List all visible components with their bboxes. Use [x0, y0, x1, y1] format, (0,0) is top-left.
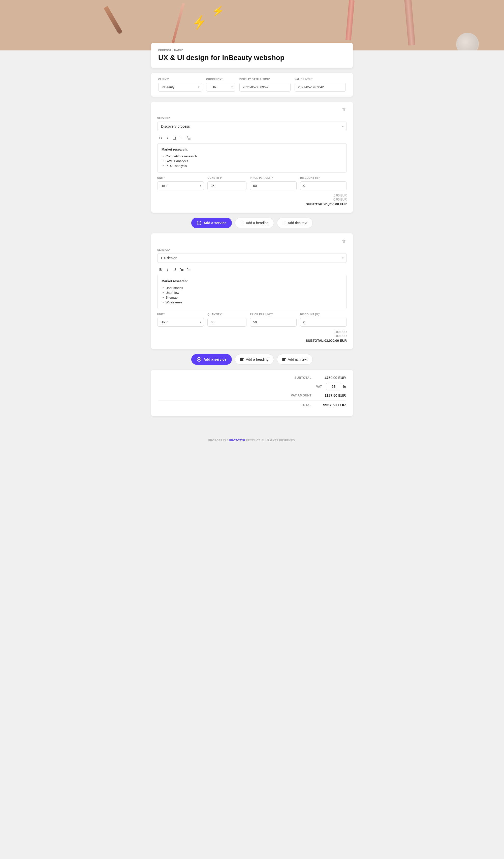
service-2-unit-select[interactable]: Hour Day Week Month Fixed	[157, 318, 204, 327]
service-2-label: SERVICE*	[157, 248, 347, 251]
vat-input-wrapper: %	[326, 383, 346, 390]
ordered-list-icon-1	[180, 137, 184, 139]
service-1-content[interactable]: Market research: Competitors research SW…	[157, 143, 347, 172]
vat-input[interactable]	[326, 383, 341, 390]
add-heading-2-icon	[240, 358, 244, 361]
service-2-price-line-1: 0.00 EUR	[157, 330, 347, 334]
service-1-toolbar: B I U	[157, 135, 347, 141]
bold-button-1[interactable]: B	[157, 135, 164, 141]
underline-button-1[interactable]: U	[171, 135, 178, 141]
service-2-content-heading: Market research:	[161, 279, 343, 283]
italic-button-2[interactable]: I	[164, 266, 171, 273]
service-card-2: SERVICE* Discovery process UX design UI …	[151, 233, 353, 349]
totals-card: SUBTOTAL 4750.00 EUR VAT % VAT AMOUNT 11…	[151, 370, 353, 416]
service-1-subtotal: SUBTOTAL:€1,750.00 EUR	[157, 202, 347, 206]
client-label: CLIENT*	[158, 78, 202, 81]
add-rich-text-2-button[interactable]: Add rich text	[277, 354, 313, 365]
add-service-2-label: Add a service	[203, 357, 226, 361]
subtotal-value: 4750.00 EUR	[315, 376, 346, 380]
list-item: Sitemap	[161, 295, 343, 300]
vat-amount-label: VAT AMOUNT	[286, 394, 312, 397]
client-info-card: CLIENT* InBeauty ▾ CURRENCY* EUR USD GBP	[151, 73, 353, 96]
service-1-price-field: PRICE PER UNIT*	[250, 177, 297, 190]
delete-service-1-button[interactable]	[341, 107, 347, 114]
vat-label: VAT	[297, 385, 322, 388]
client-info-row: CLIENT* InBeauty ▾ CURRENCY* EUR USD GBP	[158, 78, 346, 92]
compact-decoration	[456, 33, 479, 50]
underline-button-2[interactable]: U	[171, 266, 178, 273]
service-2-select-wrapper: Discovery process UX design UI design ▾	[157, 253, 347, 263]
service-1-price-input[interactable]	[250, 181, 297, 190]
service-1-discount-field: DISCOUNT (%)*	[300, 177, 347, 190]
service-1-select[interactable]: Discovery process UX design UI design	[157, 122, 347, 131]
service-2-price-input[interactable]	[250, 318, 297, 327]
service-2-subtotal: SUBTOTAL:€3,000.00 EUR	[157, 339, 347, 343]
add-rich-text-2-label: Add rich text	[288, 357, 308, 361]
service-2-unit-label: UNIT*	[157, 313, 204, 316]
list-item: User stories	[161, 286, 343, 290]
unordered-list-icon-2	[187, 268, 190, 271]
service-1-qty-input[interactable]	[207, 181, 246, 190]
bold-button-2[interactable]: B	[157, 266, 164, 273]
vat-amount-row: VAT AMOUNT 1187.50 EUR	[158, 393, 346, 397]
tube-decoration-1	[346, 0, 355, 41]
total-value: 5937.50 EUR	[315, 403, 346, 407]
proposal-name-input[interactable]	[158, 54, 346, 62]
service-2-unit-row: UNIT* Hour Day Week Month Fixed ▾ QUANTI…	[157, 313, 347, 327]
add-heading-1-icon	[240, 222, 244, 224]
vat-amount-value: 1187.50 EUR	[315, 393, 346, 397]
ordered-list-button-1[interactable]	[178, 135, 185, 141]
tube-decoration-2	[404, 0, 415, 46]
add-service-2-button[interactable]: + Add a service	[191, 354, 232, 365]
service-1-content-heading: Market research:	[161, 148, 343, 151]
client-select[interactable]: InBeauty	[158, 83, 202, 92]
display-date-field: DISPLAY DATE & TIME*	[239, 78, 290, 92]
add-heading-2-button[interactable]: Add a heading	[235, 354, 274, 365]
add-heading-2-label: Add a heading	[246, 357, 268, 361]
totals-divider	[158, 401, 346, 401]
footer-text-2: PRODUCT. ALL RIGHTS RESERVED.	[246, 439, 296, 442]
client-field: CLIENT* InBeauty ▾	[158, 78, 202, 92]
service-2-select[interactable]: Discovery process UX design UI design	[157, 253, 347, 263]
service-1-price-summary: 0.00 EUR -0.00 EUR SUBTOTAL:€1,750.00 EU…	[157, 194, 347, 206]
unordered-list-icon-1	[187, 136, 190, 139]
service-1-price-line-2: -0.00 EUR	[157, 198, 347, 201]
add-service-1-button[interactable]: + Add a service	[191, 218, 232, 228]
service-2-price-line-2: -0.00 EUR	[157, 334, 347, 338]
unordered-list-button-2[interactable]	[186, 266, 192, 273]
service-2-price-label: PRICE PER UNIT*	[250, 313, 297, 316]
add-rich-text-1-button[interactable]: Add rich text	[277, 218, 313, 228]
service-1-price-line-1: 0.00 EUR	[157, 194, 347, 197]
service-2-toolbar: B I U	[157, 266, 347, 273]
service-2-discount-input[interactable]	[300, 318, 347, 327]
total-row: TOTAL 5937.50 EUR	[158, 403, 346, 407]
service-1-discount-label: DISCOUNT (%)*	[300, 177, 347, 179]
currency-select[interactable]: EUR USD GBP	[206, 83, 235, 92]
add-rich-text-1-icon	[282, 222, 286, 224]
list-item: SWOT analysis	[161, 159, 343, 163]
service-2-price-field: PRICE PER UNIT*	[250, 313, 297, 327]
service-2-discount-label: DISCOUNT (%)*	[300, 313, 347, 316]
vat-percent-symbol: %	[343, 385, 346, 389]
unordered-list-button-1[interactable]	[186, 135, 192, 141]
brush-decoration-1	[104, 6, 123, 34]
display-date-input[interactable]	[239, 83, 290, 92]
service-2-qty-input[interactable]	[207, 318, 246, 327]
italic-button-1[interactable]: I	[164, 135, 171, 141]
add-heading-1-button[interactable]: Add a heading	[235, 218, 274, 228]
lightning-decoration-1: ⚡	[190, 14, 208, 31]
service-1-content-list: Competitors research SWOT analysis PEST …	[161, 154, 343, 168]
add-service-1-plus-icon: +	[197, 221, 201, 225]
service-1-unit-select[interactable]: Hour Day Week Month Fixed	[157, 181, 204, 190]
add-heading-1-label: Add a heading	[246, 221, 268, 225]
delete-service-2-button[interactable]	[341, 238, 347, 245]
service-2-qty-label: QUANTITY*	[207, 313, 246, 316]
service-2-content[interactable]: Market research: User stories User flow …	[157, 275, 347, 309]
service-1-price-label: PRICE PER UNIT*	[250, 177, 297, 179]
lightning-decoration-2: ⚡	[211, 4, 225, 17]
service-1-discount-input[interactable]	[300, 181, 347, 190]
valid-until-input[interactable]	[295, 83, 346, 92]
add-service-2-plus-icon: +	[197, 357, 201, 362]
valid-until-field: VALID UNTIL*	[295, 78, 346, 92]
ordered-list-button-2[interactable]	[178, 266, 185, 273]
